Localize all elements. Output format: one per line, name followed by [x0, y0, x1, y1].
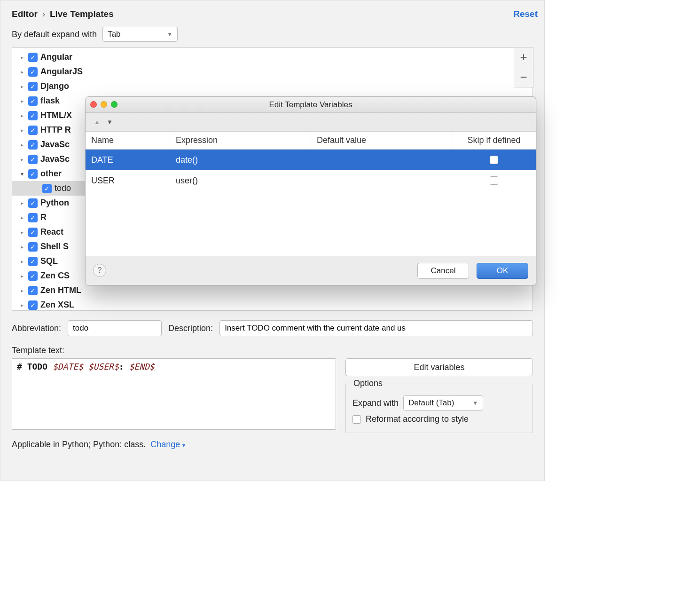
- col-expr[interactable]: Expression: [170, 132, 311, 149]
- dialog-title: Edit Template Variables: [269, 100, 352, 110]
- breadcrumb-parent[interactable]: Editor: [12, 9, 38, 19]
- ok-button[interactable]: OK: [477, 263, 528, 279]
- chevron-right-icon[interactable]: [19, 302, 25, 308]
- col-skip[interactable]: Skip if defined: [452, 132, 536, 149]
- template-token: $USER$: [88, 362, 119, 371]
- cell-default[interactable]: [311, 150, 452, 170]
- checkbox-icon[interactable]: ✓: [28, 300, 38, 310]
- template-text-editor[interactable]: # TODO $DATE$ $USER$: $END$: [12, 358, 336, 430]
- template-token: $DATE$: [53, 362, 88, 371]
- checkbox-icon[interactable]: ✓: [28, 140, 38, 150]
- chevron-right-icon[interactable]: [19, 142, 25, 148]
- move-up-icon[interactable]: ▲: [94, 118, 100, 126]
- add-button[interactable]: +: [514, 47, 533, 67]
- options-legend: Options: [351, 379, 385, 388]
- abbreviation-input[interactable]: [68, 320, 162, 336]
- reformat-checkbox[interactable]: [352, 415, 361, 424]
- tree-group-label: SQL: [40, 256, 58, 266]
- table-row[interactable]: DATEdate(): [86, 150, 536, 170]
- table-row[interactable]: USERuser(): [86, 170, 536, 191]
- checkbox-icon[interactable]: ✓: [28, 126, 38, 135]
- chevron-right-icon[interactable]: [19, 200, 25, 206]
- checkbox-icon[interactable]: ✓: [28, 271, 38, 281]
- checkbox-icon[interactable]: ✓: [28, 155, 38, 164]
- description-label: Description:: [168, 324, 213, 333]
- chevron-right-icon[interactable]: [19, 69, 25, 75]
- checkbox-icon[interactable]: ✓: [28, 257, 38, 266]
- chevron-right-icon[interactable]: [19, 244, 25, 250]
- cell-name[interactable]: USER: [86, 170, 170, 191]
- description-input[interactable]: [219, 320, 533, 336]
- checkbox-icon[interactable]: ✓: [28, 96, 38, 106]
- checkbox-icon[interactable]: ✓: [42, 184, 52, 193]
- checkbox-icon[interactable]: ✓: [28, 242, 38, 252]
- checkbox-icon[interactable]: ✓: [28, 213, 38, 222]
- tree-group[interactable]: ✓Zen XSL: [12, 298, 532, 311]
- help-button[interactable]: ?: [93, 264, 106, 277]
- chevron-right-icon[interactable]: [19, 258, 25, 265]
- cell-expression[interactable]: user(): [170, 170, 311, 191]
- chevron-right-icon[interactable]: [19, 287, 25, 294]
- tree-group-label: HTML/X: [40, 111, 72, 120]
- chevron-right-icon[interactable]: [19, 273, 25, 279]
- cell-default[interactable]: [311, 170, 452, 191]
- options-fieldset: Options Expand with Default (Tab) ▼ Refo…: [345, 384, 533, 433]
- chevron-right-icon[interactable]: [19, 83, 25, 90]
- checkbox-icon[interactable]: ✓: [28, 53, 38, 62]
- checkbox-icon[interactable]: ✓: [28, 169, 38, 179]
- tree-group[interactable]: ✓Angular: [12, 50, 532, 64]
- checkbox-icon[interactable]: ✓: [28, 111, 38, 120]
- reset-link[interactable]: Reset: [513, 9, 538, 19]
- skip-checkbox[interactable]: [490, 156, 498, 164]
- applicable-text: Applicable in Python; Python: class.: [12, 440, 146, 450]
- skip-checkbox[interactable]: [490, 176, 498, 185]
- close-icon[interactable]: [90, 101, 97, 108]
- chevron-right-icon[interactable]: [19, 127, 25, 134]
- checkbox-icon[interactable]: ✓: [28, 82, 38, 91]
- move-down-icon[interactable]: ▼: [107, 118, 113, 126]
- tree-group-label: other: [40, 169, 62, 179]
- tree-group-label: flask: [40, 96, 60, 106]
- checkbox-icon[interactable]: ✓: [28, 198, 38, 208]
- chevron-right-icon[interactable]: [19, 112, 25, 119]
- chevron-right-icon[interactable]: [19, 98, 25, 104]
- change-context-link[interactable]: Change ▾: [150, 440, 185, 450]
- minimize-icon[interactable]: [101, 101, 107, 108]
- tree-group[interactable]: ✓AngularJS: [12, 64, 532, 79]
- dialog-titlebar[interactable]: Edit Template Variables: [86, 97, 536, 113]
- tree-group-label: Zen HTML: [40, 285, 81, 295]
- checkbox-icon[interactable]: ✓: [28, 67, 38, 77]
- tree-group-label: JavaSc: [40, 154, 70, 164]
- tree-side-buttons: + −: [514, 47, 533, 87]
- default-expand-combo[interactable]: Tab ▼: [102, 27, 178, 42]
- cell-skip[interactable]: [452, 150, 536, 170]
- col-name[interactable]: Name: [86, 132, 170, 149]
- cell-skip[interactable]: [452, 170, 536, 191]
- template-token: TODO: [27, 362, 53, 371]
- cancel-button[interactable]: Cancel: [417, 263, 469, 279]
- checkbox-icon[interactable]: ✓: [28, 286, 38, 295]
- tree-group-label: R: [40, 213, 47, 222]
- dialog-toolbar: ▲ ▼: [86, 113, 536, 132]
- tree-group-label: Shell S: [40, 242, 69, 252]
- edit-variables-button[interactable]: Edit variables: [345, 358, 533, 376]
- chevron-right-icon[interactable]: [19, 214, 25, 221]
- chevron-down-icon[interactable]: [19, 171, 25, 177]
- template-token: #: [17, 362, 27, 371]
- chevron-right-icon[interactable]: [19, 156, 25, 163]
- cell-expression[interactable]: date(): [170, 150, 311, 170]
- chevron-right-icon[interactable]: [19, 54, 25, 61]
- expand-with-combo[interactable]: Default (Tab) ▼: [403, 395, 483, 411]
- tree-group[interactable]: ✓Django: [12, 79, 532, 94]
- checkbox-icon[interactable]: ✓: [28, 228, 38, 237]
- chevron-down-icon: ▾: [182, 442, 185, 449]
- remove-button[interactable]: −: [514, 67, 533, 87]
- chevron-down-icon: ▼: [167, 31, 172, 38]
- cell-name[interactable]: DATE: [86, 150, 170, 170]
- zoom-icon[interactable]: [111, 101, 117, 108]
- tree-group-label: HTTP R: [40, 125, 71, 135]
- col-default[interactable]: Default value: [311, 132, 452, 149]
- chevron-right-icon[interactable]: [19, 229, 25, 236]
- tree-group-label: Angular: [40, 52, 72, 62]
- tree-group-label: Django: [40, 81, 69, 91]
